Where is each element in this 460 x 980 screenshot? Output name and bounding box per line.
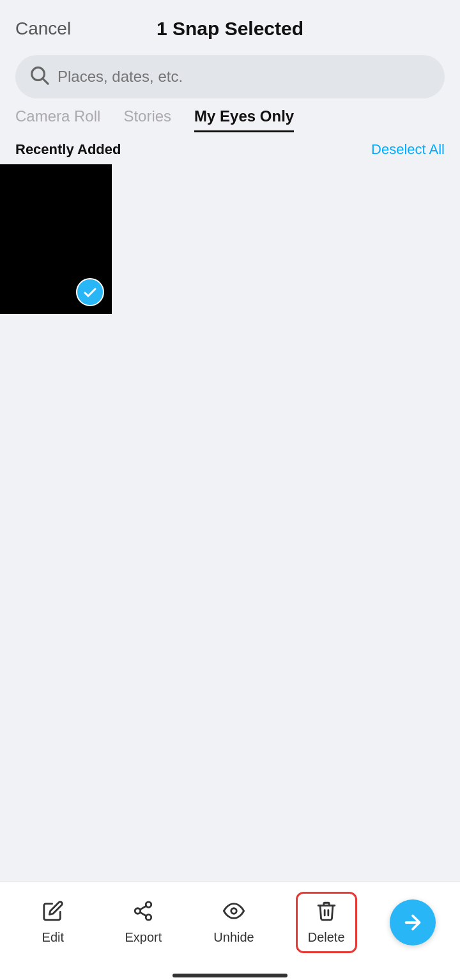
media-item-1[interactable] <box>0 164 112 314</box>
svg-line-6 <box>141 906 147 910</box>
export-icon <box>132 900 154 926</box>
search-container <box>0 50 460 107</box>
search-input[interactable] <box>57 68 432 86</box>
edit-button[interactable]: Edit <box>24 900 82 945</box>
tab-my-eyes-only[interactable]: My Eyes Only <box>194 107 294 132</box>
bottom-toolbar: Edit Export Unhide <box>0 881 460 968</box>
header: Cancel 1 Snap Selected <box>0 0 460 50</box>
edit-icon <box>42 900 64 926</box>
unhide-label: Unhide <box>213 930 254 945</box>
home-indicator-bar <box>172 974 288 977</box>
home-indicator <box>0 968 460 980</box>
section-header: Recently Added Deselect All <box>0 132 460 164</box>
delete-button[interactable]: Delete <box>296 892 357 953</box>
svg-point-7 <box>231 908 237 914</box>
unhide-button[interactable]: Unhide <box>205 900 263 945</box>
svg-line-5 <box>141 912 147 916</box>
svg-line-1 <box>43 79 48 84</box>
send-button[interactable] <box>390 899 436 945</box>
grid-row-1 <box>0 164 460 314</box>
tab-camera-roll[interactable]: Camera Roll <box>15 107 100 132</box>
deselect-all-button[interactable]: Deselect All <box>371 141 445 158</box>
search-bar[interactable] <box>15 55 445 98</box>
tab-stories[interactable]: Stories <box>123 107 171 132</box>
unhide-icon <box>223 900 245 926</box>
page-title: 1 Snap Selected <box>157 18 303 40</box>
delete-label: Delete <box>308 930 345 945</box>
search-icon <box>28 64 50 89</box>
media-grid <box>0 164 460 881</box>
cancel-button[interactable]: Cancel <box>15 19 71 39</box>
tab-bar: Camera Roll Stories My Eyes Only <box>0 107 460 132</box>
selected-checkmark <box>76 278 104 306</box>
edit-label: Edit <box>42 930 64 945</box>
section-title: Recently Added <box>15 141 121 158</box>
delete-icon <box>316 900 337 926</box>
export-label: Export <box>125 930 162 945</box>
export-button[interactable]: Export <box>114 900 172 945</box>
